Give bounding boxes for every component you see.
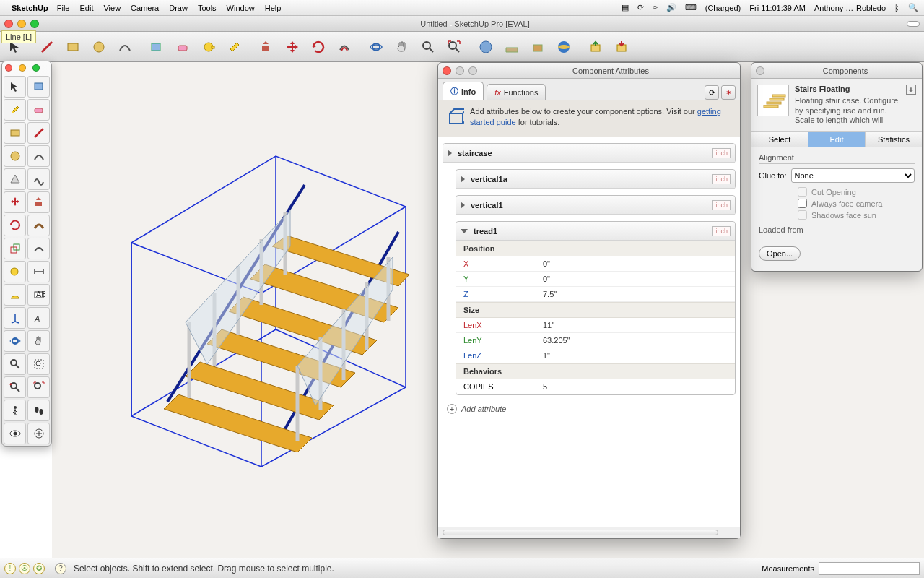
rectangle-tool[interactable] — [61, 35, 85, 59]
3dtext-tool-lg[interactable]: A — [27, 307, 50, 329]
panel-min-icon[interactable] — [456, 66, 464, 75]
wifi-icon[interactable]: ⌔ — [653, 4, 658, 12]
freehand-tool-lg[interactable] — [27, 168, 50, 190]
attr-y-value[interactable]: 0" — [536, 272, 735, 286]
cut-opening-checkbox[interactable]: Cut Opening — [798, 187, 915, 197]
menu-window[interactable]: Window — [227, 4, 255, 12]
scale-tool-lg[interactable] — [4, 238, 26, 259]
eraser-tool[interactable] — [170, 35, 195, 59]
minimize-icon[interactable] — [17, 20, 26, 28]
menu-camera[interactable]: Camera — [131, 4, 159, 12]
proxy-icon[interactable] — [907, 21, 920, 27]
refresh-button[interactable]: ⟳ — [705, 85, 719, 100]
attr-lenz-value[interactable]: 1" — [536, 348, 735, 363]
clock[interactable]: Fri 11:01:39 AM — [749, 4, 806, 12]
toggle-formulas-button[interactable]: ✶ — [721, 85, 736, 100]
shadows-sun-checkbox[interactable]: Shadows face sun — [798, 210, 915, 220]
pan-tool[interactable] — [390, 35, 414, 59]
3d-warehouse-tool[interactable] — [526, 35, 550, 59]
line-tool-lg[interactable] — [27, 122, 50, 144]
group-vertical1a[interactable]: vertical1ainch — [456, 169, 736, 189]
line-tool[interactable] — [35, 35, 59, 59]
menu-file[interactable]: File — [57, 4, 70, 12]
menu-tools[interactable]: Tools — [198, 4, 217, 12]
tab-edit[interactable]: Edit — [808, 132, 866, 147]
tab-info[interactable]: ⓘInfo — [443, 82, 484, 100]
protractor-tool-lg[interactable] — [4, 284, 26, 306]
orbit-tool-lg[interactable] — [4, 330, 26, 352]
look-around-tool-lg[interactable] — [4, 423, 26, 444]
zoom-tool-lg[interactable] — [4, 353, 26, 375]
close-icon[interactable] — [4, 20, 13, 28]
sync-icon[interactable]: ⟳ — [637, 3, 644, 12]
pan-tool-lg[interactable] — [27, 330, 50, 352]
arc-tool-lg[interactable] — [27, 145, 50, 167]
tape-tool[interactable] — [196, 35, 221, 59]
tape-tool-lg[interactable] — [4, 261, 26, 282]
bluetooth-icon[interactable]: ᛒ — [894, 4, 899, 12]
position-camera-tool-lg[interactable] — [4, 400, 26, 421]
zoom-window-tool-lg[interactable] — [27, 353, 50, 375]
pushpull-tool-lg[interactable] — [27, 191, 50, 213]
tab-statistics[interactable]: Statistics — [866, 132, 922, 147]
paint-tool-lg[interactable] — [4, 99, 26, 121]
pushpull-tool[interactable] — [254, 35, 279, 59]
zoom-icon[interactable] — [30, 20, 39, 28]
attr-copies-value[interactable]: 5 — [536, 379, 735, 394]
paint-tool[interactable] — [222, 35, 247, 59]
rotate-tool[interactable] — [306, 35, 331, 59]
zoom-tool[interactable] — [416, 35, 440, 59]
panel-zoom-icon[interactable] — [468, 66, 477, 75]
attr-leny-value[interactable]: 63.205" — [536, 333, 735, 348]
circle-tool[interactable] — [87, 35, 111, 59]
polygon-tool-lg[interactable] — [4, 168, 26, 190]
panel-scrollbar[interactable] — [438, 527, 740, 538]
import-tool[interactable] — [609, 35, 634, 59]
tab-select[interactable]: Select — [751, 132, 808, 147]
followme-tool-lg[interactable] — [27, 215, 50, 236]
face-camera-checkbox[interactable]: Always face camera — [798, 199, 915, 208]
glue-select[interactable]: None — [791, 168, 915, 183]
walk-tool-lg[interactable] — [27, 400, 50, 421]
attr-lenx-value[interactable]: 11" — [536, 318, 735, 332]
group-vertical1[interactable]: vertical1inch — [456, 195, 736, 215]
add-attribute-button[interactable]: +Add attribute — [443, 401, 736, 417]
google-earth-tool[interactable] — [552, 35, 576, 59]
geo-icon[interactable]: ⦿ — [19, 563, 30, 574]
app-name[interactable]: SketchUp — [12, 4, 48, 12]
help-icon[interactable]: ? — [55, 563, 66, 574]
circle-tool-lg[interactable] — [4, 145, 26, 167]
menu-view[interactable]: View — [103, 4, 121, 12]
toggle-terrain-tool[interactable] — [500, 35, 524, 59]
export-tool[interactable] — [583, 35, 608, 59]
panel-close-icon[interactable] — [443, 66, 451, 75]
measurements-input[interactable] — [819, 562, 920, 575]
menu-draw[interactable]: Draw — [169, 4, 188, 12]
menu-help[interactable]: Help — [265, 4, 282, 12]
text-tool-lg[interactable]: ABC — [27, 284, 50, 306]
rotate-tool-lg[interactable] — [4, 215, 26, 236]
credits-icon[interactable]: ✪ — [33, 563, 45, 574]
menuextra-icon[interactable]: ▤ — [622, 3, 629, 12]
offset-tool[interactable] — [332, 35, 357, 59]
inspector-close-icon[interactable] — [756, 66, 764, 75]
group-staircase[interactable]: staircaseinch — [443, 143, 736, 163]
offset-tool-lg[interactable] — [27, 238, 50, 259]
get-location-tool[interactable] — [474, 35, 498, 59]
attr-z-value[interactable]: 7.5" — [536, 287, 735, 301]
section-tool-lg[interactable] — [27, 423, 50, 444]
select-tool-lg[interactable] — [4, 76, 26, 98]
toolbox-zoom-icon[interactable] — [32, 64, 40, 72]
make-component-tool[interactable] — [144, 35, 169, 59]
battery-status[interactable]: (Charged) — [705, 4, 741, 12]
lang-icon[interactable]: ⌨︎ — [685, 3, 697, 12]
status-icon[interactable]: ! — [4, 563, 16, 574]
toolbox-min-icon[interactable] — [19, 64, 26, 72]
attr-x-value[interactable]: 0" — [536, 256, 735, 271]
toolbox-close-icon[interactable] — [5, 64, 12, 72]
orbit-tool[interactable] — [364, 35, 388, 59]
rectangle-tool-lg[interactable] — [4, 122, 26, 144]
volume-icon[interactable]: 🔊 — [666, 3, 676, 12]
user-menu[interactable]: Anthony …-Robledo — [814, 4, 886, 12]
axes-tool-lg[interactable] — [4, 307, 26, 329]
